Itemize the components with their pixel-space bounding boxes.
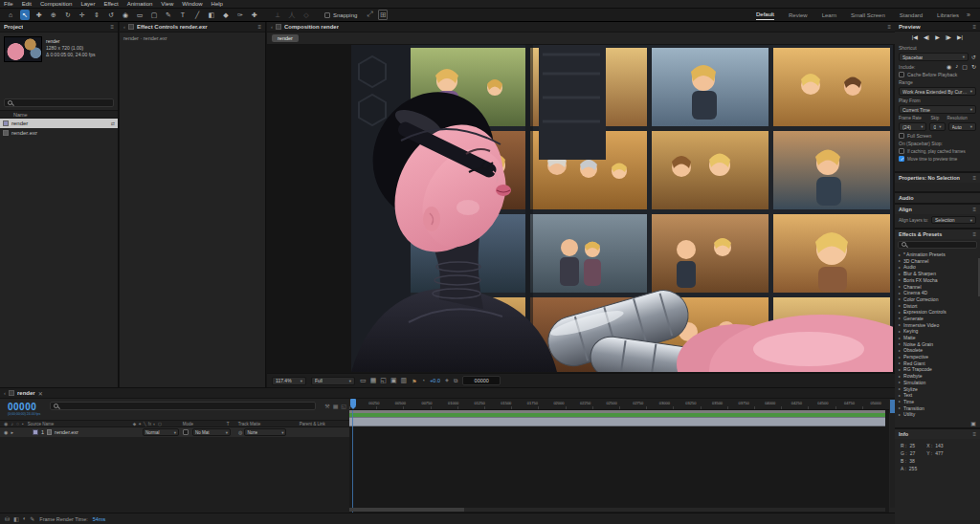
menu-view[interactable]: View	[161, 1, 173, 7]
go-to-start-icon[interactable]: |◀	[912, 33, 918, 40]
menu-layer[interactable]: Layer	[80, 1, 95, 7]
puppet-pin-icon[interactable]: ✚	[250, 10, 259, 20]
info-tab[interactable]: Info	[899, 431, 908, 437]
include-audio-icon[interactable]: ♪	[955, 63, 958, 70]
roto-brush-icon[interactable]: ✑	[235, 10, 245, 20]
disclosure-triangle-icon[interactable]: ▸	[899, 348, 901, 353]
cache-before-playback-checkbox[interactable]	[899, 72, 904, 77]
timeline-search-input[interactable]	[50, 402, 316, 410]
fx-category[interactable]: ▸Matte	[895, 335, 980, 341]
fx-category[interactable]: ▸Noise & Grain	[895, 340, 980, 347]
brush-tool-icon[interactable]: ╱	[192, 10, 202, 20]
snapping-toggle[interactable]: Snapping	[324, 12, 357, 18]
skip-dropdown[interactable]: 0▾	[929, 122, 945, 131]
fx-category[interactable]: ▸Transition	[895, 404, 980, 411]
rotation-tool-icon[interactable]: ↺	[106, 10, 116, 20]
menu-composition[interactable]: Composition	[40, 1, 72, 7]
3d-layer-icon[interactable]: ⬡	[158, 422, 162, 426]
fx-category[interactable]: ▸Red Giant	[895, 360, 980, 366]
fx-category[interactable]: ▸Obsolete	[895, 347, 980, 354]
show-snapshot-icon[interactable]: ⧉	[454, 378, 457, 384]
layer-color-swatch[interactable]	[33, 429, 38, 435]
workspace-overflow-icon[interactable]: »	[967, 11, 974, 18]
disclosure-triangle-icon[interactable]: ▸	[899, 303, 901, 308]
disclosure-triangle-icon[interactable]: ▸	[899, 322, 901, 327]
dolly-camera-icon[interactable]: ⇕	[92, 10, 101, 20]
fx-category[interactable]: ▸Keying	[895, 328, 980, 335]
disclosure-triangle-icon[interactable]: ▸	[899, 291, 901, 295]
fx-category[interactable]: ▸Cinema 4D	[895, 290, 980, 296]
fx-category[interactable]: ▸* Animation Presets	[895, 251, 980, 258]
track-matte-dropdown[interactable]: No Mat▾	[192, 428, 231, 436]
full-screen-option[interactable]: Full Screen	[899, 133, 976, 139]
menu-animation[interactable]: Animation	[127, 1, 153, 7]
disclosure-triangle-icon[interactable]: ▸	[899, 258, 901, 263]
project-row[interactable]: render.exr	[0, 128, 118, 138]
menu-help[interactable]: Help	[212, 1, 223, 7]
panel-menu-icon[interactable]: ≡	[972, 24, 976, 30]
quality-icon[interactable]: ╲	[144, 422, 146, 426]
orbit-camera-icon[interactable]: ↻	[63, 10, 73, 20]
move-time-checkbox[interactable]	[899, 156, 904, 162]
panel-menu-icon[interactable]: ≡	[972, 431, 976, 437]
play-icon[interactable]: ▶	[935, 33, 940, 40]
fx-category[interactable]: ▸Stylize	[895, 385, 980, 392]
draft-3d-icon[interactable]: ▦	[333, 403, 339, 409]
graph-icon[interactable]: ✎	[30, 515, 34, 522]
video-column-icon[interactable]: ◉	[4, 421, 8, 426]
lock-column-icon[interactable]: ▪	[22, 421, 24, 426]
fx-category[interactable]: ▸Text	[895, 392, 980, 399]
flag-icon[interactable]: ⚑	[412, 378, 416, 384]
disclosure-triangle-icon[interactable]: ▸	[899, 360, 901, 365]
layer-expander-icon[interactable]: ▸	[11, 429, 13, 435]
current-time-display[interactable]: 00000	[8, 402, 36, 412]
fx-category[interactable]: ▸Time	[895, 399, 980, 405]
preserve-transparency-column[interactable]: T	[227, 422, 238, 426]
effect-controls-tab[interactable]: Effect Controls render.exr	[137, 24, 208, 30]
menu-effect[interactable]: Effect	[103, 1, 118, 7]
preview-resolution-dropdown[interactable]: Auto▾	[948, 122, 976, 131]
effects-presets-tab[interactable]: Effects & Presets	[899, 231, 942, 237]
loop-icon[interactable]: ↻	[971, 63, 976, 70]
disclosure-triangle-icon[interactable]: ▸	[899, 316, 901, 320]
workspace-learn[interactable]: Learn	[822, 11, 836, 20]
panel-menu-icon[interactable]: ≡	[257, 24, 261, 30]
menu-edit[interactable]: Edit	[22, 1, 32, 7]
composition-mini-flowchart-icon[interactable]: ⚒	[324, 403, 329, 409]
shy-icon[interactable]: ◆	[133, 422, 136, 426]
mode-column[interactable]: Mode	[183, 422, 227, 426]
timeline-track-area[interactable]: 0025000500007500100001250015000175002000…	[349, 399, 889, 518]
menu-window[interactable]: Window	[182, 1, 202, 7]
home-icon[interactable]: ⌂	[6, 10, 15, 20]
fx-category[interactable]: ▸Color Correction	[895, 296, 980, 303]
fx-category[interactable]: ▸Boris FX Mocha	[895, 276, 980, 283]
render-queue-icon[interactable]: ⛁	[5, 515, 10, 522]
disclosure-triangle-icon[interactable]: ▸	[899, 284, 901, 289]
timeline-vertical-scrollbar[interactable]	[890, 399, 895, 508]
disclosure-triangle-icon[interactable]: ▸	[899, 310, 901, 315]
previous-frame-icon[interactable]: ◀|	[924, 33, 929, 40]
snapshot-camera-icon[interactable]: ⌖	[445, 377, 449, 384]
shape-tool-icon[interactable]: ▢	[149, 10, 159, 20]
frame-blending-icon[interactable]: ◧	[13, 515, 19, 522]
pan-camera-icon[interactable]: ✛	[78, 10, 87, 20]
disclosure-triangle-icon[interactable]: ▸	[899, 386, 901, 391]
layer-name[interactable]: render.exr	[55, 429, 108, 435]
panel-menu-icon[interactable]: ≡	[972, 231, 976, 237]
timeline-horizontal-scrollbar[interactable]	[349, 508, 885, 512]
reset-icon[interactable]: ↺	[971, 54, 976, 60]
zoom-fit-icon[interactable]: ⤢	[367, 10, 372, 20]
hand-tool-icon[interactable]: ✚	[34, 10, 44, 20]
chevron-left-icon[interactable]: ‹	[271, 24, 273, 30]
fx-category[interactable]: ▸Immersive Video	[895, 321, 980, 328]
effects-icon[interactable]: fx	[148, 422, 152, 426]
play-cached-frames-option[interactable]: If caching, play cached frames	[899, 148, 976, 154]
panel-menu-icon[interactable]: ≡	[972, 175, 976, 181]
frame-rate-dropdown[interactable]: (24)▾	[899, 122, 926, 131]
workspace-small-screen[interactable]: Small Screen	[851, 11, 885, 20]
fx-category[interactable]: ▸Distort	[895, 302, 980, 309]
disclosure-triangle-icon[interactable]: ▸	[899, 412, 901, 417]
composition-viewer[interactable]	[267, 45, 895, 373]
fx-category[interactable]: ▸Audio	[895, 264, 980, 271]
guides-icon[interactable]: ▥	[401, 377, 408, 384]
